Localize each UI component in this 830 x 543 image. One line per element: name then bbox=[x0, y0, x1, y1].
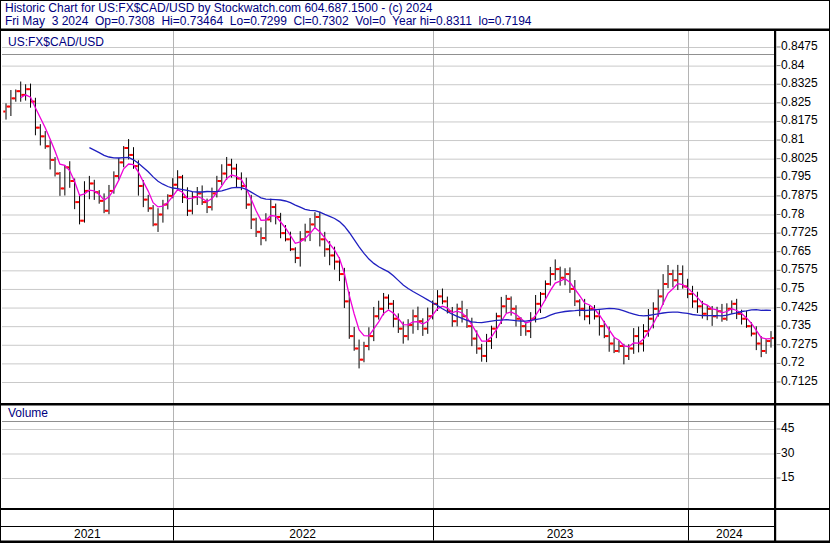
price-axis-label: 0.7275 bbox=[781, 338, 818, 351]
ma-long-line bbox=[89, 148, 771, 323]
frame-borders bbox=[1, 29, 830, 543]
axis-ticks bbox=[777, 47, 781, 479]
price-axis-label: 0.8175 bbox=[781, 114, 818, 127]
price-axis-label: 0.7875 bbox=[781, 189, 818, 202]
stockwatch-chart-window: Historic Chart for US:FX$CAD/USD by Stoc… bbox=[0, 0, 830, 543]
volume-axis-label: 45 bbox=[781, 422, 794, 435]
price-axis-label: 0.84 bbox=[781, 59, 804, 72]
price-axis-label: 0.8325 bbox=[781, 77, 818, 90]
price-axis-label: 0.72 bbox=[781, 356, 804, 369]
price-axis-label: 0.825 bbox=[781, 96, 811, 109]
price-axis-label: 0.8475 bbox=[781, 40, 818, 53]
year-label: 2021 bbox=[52, 528, 122, 541]
price-axis-label: 0.7575 bbox=[781, 263, 818, 276]
volume-gridlines bbox=[2, 430, 774, 479]
year-label: 2023 bbox=[525, 528, 595, 541]
price-axis-label: 0.795 bbox=[781, 170, 811, 183]
price-axis-label: 0.75 bbox=[781, 282, 804, 295]
price-gridlines bbox=[2, 48, 774, 383]
price-axis-label: 0.7125 bbox=[781, 375, 818, 388]
volume-pane-title: Volume bbox=[8, 406, 48, 420]
price-axis-label: 0.78 bbox=[781, 208, 804, 221]
price-axis-label: 0.8025 bbox=[781, 152, 818, 165]
year-label: 2022 bbox=[268, 528, 338, 541]
price-axis-label: 0.7425 bbox=[781, 301, 818, 314]
volume-axis-label: 30 bbox=[781, 447, 794, 460]
price-axis-label: 0.81 bbox=[781, 133, 804, 146]
pane-title-separators bbox=[2, 55, 774, 422]
year-label: 2024 bbox=[694, 528, 764, 541]
price-axis-label: 0.7725 bbox=[781, 226, 818, 239]
volume-axis-label: 15 bbox=[781, 471, 794, 484]
chart-canvas bbox=[1, 1, 830, 543]
price-axis-label: 0.765 bbox=[781, 245, 811, 258]
year-dividers bbox=[174, 31, 689, 541]
price-pane-title: US:FX$CAD/USD bbox=[8, 35, 104, 49]
ohlc-bars bbox=[3, 82, 773, 369]
price-axis-label: 0.735 bbox=[781, 319, 811, 332]
